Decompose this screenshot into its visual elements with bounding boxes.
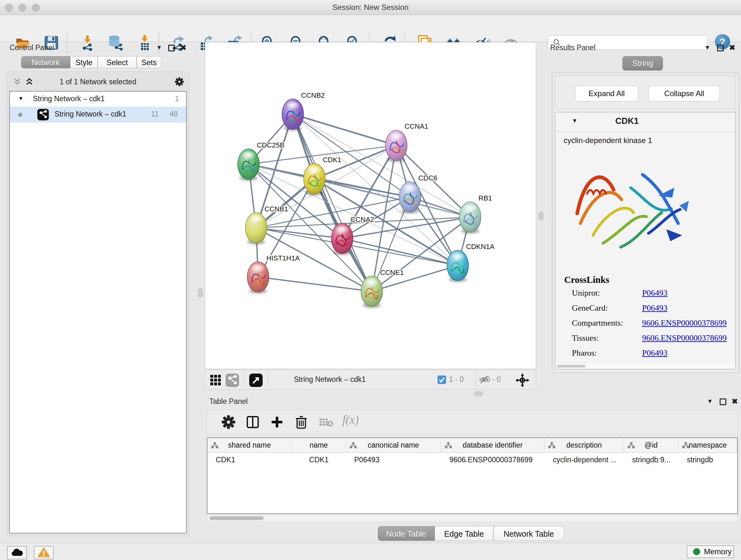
network-node-ccnb1[interactable]: CCNB1 (246, 205, 288, 245)
tab-network-table[interactable]: Network Table (493, 526, 564, 541)
splitter-grip-bottom[interactable] (474, 391, 483, 396)
network-tab-content: 1 of 1 Network selected ▼ String Network… (6, 71, 190, 537)
crosslink-link[interactable]: P06493 (642, 303, 667, 313)
hidden-counts: 0 - 0 (486, 375, 501, 384)
column-header-name[interactable]: name (292, 438, 346, 452)
table-cell[interactable]: CDK1 (207, 453, 292, 467)
crosslink-link[interactable]: 9606.ENSP00000378699 (642, 333, 727, 343)
results-tab-string[interactable]: String (622, 56, 663, 71)
panel-menu-icon[interactable]: ▼ (156, 44, 162, 51)
column-header-namespace[interactable]: namespace (678, 438, 737, 452)
memory-button[interactable]: Memory (687, 545, 734, 558)
node-label-cdc6: CDC6 (418, 174, 437, 182)
show-columns-icon[interactable] (246, 415, 260, 429)
network-edge[interactable] (293, 114, 372, 292)
network-edge[interactable] (293, 114, 396, 145)
column-header-shared-name[interactable]: shared name (207, 438, 292, 452)
panel-menu-icon[interactable]: ▼ (704, 44, 711, 51)
crosslink-row: Tissues:9606.ENSP00000378699 (555, 330, 735, 345)
table-data-row[interactable]: CDK1CDK1P064939606.ENSP00000378699cyclin… (207, 453, 737, 467)
column-header-description[interactable]: description (544, 438, 623, 452)
panel-close-icon[interactable]: ✖ (180, 44, 186, 52)
string-network-icon[interactable] (226, 374, 239, 387)
table-cell[interactable]: CDK1 (292, 453, 346, 467)
expand-all-button[interactable]: Expand All (575, 85, 638, 102)
network-node-cdkn1a[interactable]: CDKN1A (447, 243, 495, 282)
table-cell[interactable]: stringdb (678, 453, 737, 467)
results-panel-title: Results Panel (550, 44, 596, 52)
table-panel-title: Table Panel (209, 397, 248, 406)
entry-horizontal-scrollbar[interactable] (556, 364, 735, 368)
network-view-canvas[interactable]: CCNB2CCNA1CDC25BCDK1CDC6RB1CCNB1CCNA2CDK… (205, 42, 536, 369)
cloud-status-button[interactable] (7, 546, 27, 559)
results-panel: Results Panel ▼ ✖ String Expand All Coll… (544, 42, 741, 395)
tab-style[interactable]: Style (70, 56, 98, 68)
crosslink-link[interactable]: P06493 (642, 288, 667, 298)
table-settings-gear-icon[interactable] (221, 415, 236, 429)
delete-column-trash-icon[interactable] (294, 415, 309, 429)
panel-float-icon[interactable] (168, 45, 175, 51)
splitter-grip-right[interactable] (539, 211, 543, 220)
column-header-canonical-name[interactable]: canonical name (346, 438, 441, 452)
network-label: String Network – cdk1 (55, 110, 126, 118)
gene-name: CDK1 (615, 116, 639, 126)
panel-float-icon[interactable] (717, 45, 724, 51)
node-label-hist1h1a: HIST1H1A (266, 254, 300, 262)
selected-checkbox-icon[interactable] (437, 375, 446, 384)
results-panel-header: Results Panel ▼ ✖ (544, 42, 741, 54)
tab-edge-table[interactable]: Edge Table (434, 526, 493, 541)
open-in-window-icon[interactable] (249, 374, 263, 387)
string-network-graph[interactable]: CCNB2CCNA1CDC25BCDK1CDC6RB1CCNB1CCNA2CDK… (205, 43, 536, 369)
splitter-grip-left[interactable] (198, 288, 203, 297)
crosslink-row: Uniprot:P06493 (555, 285, 735, 300)
pan-crosshair-icon[interactable] (515, 373, 529, 387)
add-column-icon[interactable] (270, 415, 284, 429)
collapse-all-button[interactable]: Collapse All (649, 85, 720, 102)
tab-node-table[interactable]: Node Table (378, 526, 434, 541)
table-cell[interactable]: 9606.ENSP00000378699 (441, 453, 544, 467)
column-header--id[interactable]: @id (624, 438, 679, 452)
crosslink-label: Tissues: (572, 333, 599, 343)
crosslink-label: GeneCard: (572, 303, 608, 313)
string-app-icon (37, 109, 49, 122)
network-node-rb1[interactable]: RB1 (459, 194, 492, 234)
network-node-hist1h1a[interactable]: HIST1H1A (247, 254, 300, 294)
table-cell[interactable]: cyclin-dependent ... (544, 453, 623, 467)
panel-float-icon[interactable] (720, 398, 726, 405)
panel-close-icon[interactable]: ✖ (732, 397, 738, 406)
panel-menu-icon[interactable]: ▼ (707, 398, 713, 405)
tab-sets[interactable]: Sets (137, 56, 161, 68)
birdseye-grid-icon[interactable] (210, 374, 222, 386)
network-edge[interactable] (258, 277, 372, 292)
collection-caret-icon[interactable]: ▼ (18, 96, 23, 102)
network-edge[interactable] (342, 239, 458, 266)
crosslink-link[interactable]: P06493 (642, 348, 667, 358)
current-network-title: String Network – cdk1 (294, 375, 366, 384)
column-header-database-identifier[interactable]: database identifier (441, 438, 544, 452)
memory-status-dot (693, 548, 700, 555)
network-edge[interactable] (256, 228, 342, 239)
network-node-ccne1[interactable]: CCNE1 (361, 268, 404, 308)
tab-network[interactable]: Network (21, 56, 70, 68)
table-cell[interactable]: stringdb:9... (624, 453, 679, 467)
function-builder-icon: f(x) (342, 413, 359, 427)
table-cell[interactable]: P06493 (346, 453, 441, 467)
strip-separator (268, 372, 268, 387)
scrollbar-thumb[interactable] (209, 516, 264, 520)
crosslink-link[interactable]: 9606.ENSP00000378699 (642, 318, 727, 328)
network-row-selected[interactable]: String Network – cdk1 11 48 (10, 107, 186, 123)
panel-close-icon[interactable]: ✖ (729, 44, 735, 52)
table-horizontal-scrollbar[interactable] (207, 515, 737, 521)
node-label-ccna2: CCNA2 (350, 215, 374, 224)
node-label-cdc25b: CDC25B (257, 141, 285, 149)
network-edge[interactable] (249, 164, 410, 197)
tab-select[interactable]: Select (98, 56, 137, 68)
network-collection-row[interactable]: ▼ String Network – cdk1 1 (10, 91, 186, 107)
gear-icon[interactable] (175, 77, 184, 86)
node-attribute-table[interactable]: shared namenamecanonical namedatabase id… (207, 437, 738, 514)
warning-status-button[interactable] (34, 546, 54, 559)
status-bar: Memory (0, 543, 741, 560)
node-details-header[interactable]: ▼ CDK1 (555, 112, 735, 132)
network-node-ccnb2[interactable]: CCNB2 (282, 91, 325, 131)
collapse-caret-icon[interactable]: ▼ (572, 118, 578, 124)
